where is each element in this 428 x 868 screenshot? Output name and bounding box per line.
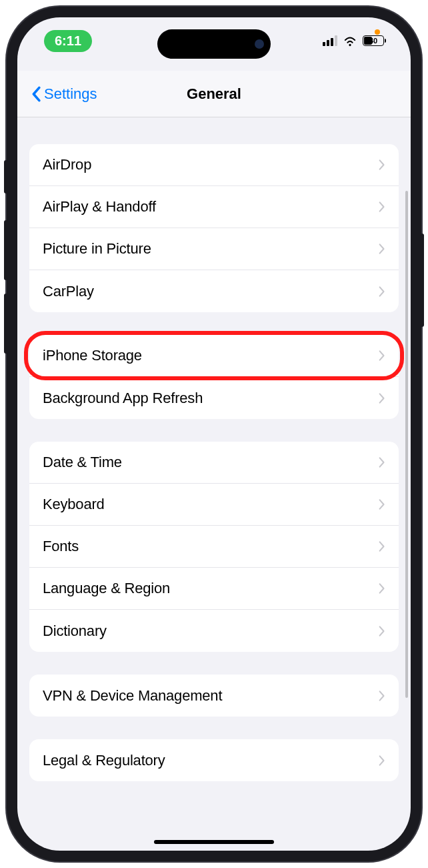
dynamic-island [157,29,271,59]
chevron-right-icon [379,456,385,468]
front-camera [255,39,264,49]
chevron-right-icon [379,582,385,594]
chevron-right-icon [379,201,385,213]
settings-row-carplay[interactable]: CarPlay [29,270,399,312]
volume-down-button [4,294,8,354]
settings-row-iphone-storage[interactable]: iPhone Storage [29,335,399,377]
screen: 6:11 40 Settings General [17,17,411,851]
settings-row-background-app-refresh[interactable]: Background App Refresh [29,377,399,419]
settings-row-language-region[interactable]: Language & Region [29,568,399,610]
settings-row-keyboard[interactable]: Keyboard [29,484,399,526]
chevron-right-icon [379,755,385,767]
chevron-right-icon [379,540,385,552]
chevron-right-icon [379,243,385,255]
silent-switch [4,160,8,193]
settings-section: iPhone StorageBackground App Refresh [29,335,399,419]
row-label: Language & Region [43,580,170,597]
row-label: Keyboard [43,496,105,513]
settings-content[interactable]: AirDropAirPlay & HandoffPicture in Pictu… [17,117,411,851]
battery-icon: 40 [363,35,384,46]
settings-section: VPN & Device Management [29,675,399,717]
row-label: AirDrop [43,156,91,173]
svg-point-0 [349,44,351,46]
row-label: VPN & Device Management [43,687,222,705]
chevron-right-icon [379,498,385,510]
settings-section: Date & TimeKeyboardFontsLanguage & Regio… [29,442,399,652]
settings-row-dictionary[interactable]: Dictionary [29,610,399,652]
page-title: General [187,85,241,103]
chevron-right-icon [379,392,385,404]
row-label: Date & Time [43,454,122,471]
row-label: CarPlay [43,283,94,300]
settings-row-vpn-device-management[interactable]: VPN & Device Management [29,675,399,717]
settings-section: AirDropAirPlay & HandoffPicture in Pictu… [29,144,399,312]
row-label: AirPlay & Handoff [43,198,156,215]
chevron-left-icon [31,86,41,102]
wifi-icon [343,35,357,47]
chevron-right-icon [379,159,385,171]
mic-indicator-dot [375,29,380,35]
settings-row-airplay-handoff[interactable]: AirPlay & Handoff [29,186,399,228]
chevron-right-icon [379,625,385,637]
navigation-bar: Settings General [17,71,411,117]
row-label: Dictionary [43,622,107,640]
cellular-signal-icon [323,35,337,46]
chevron-right-icon [379,690,385,702]
settings-row-legal-regulatory[interactable]: Legal & Regulatory [29,739,399,781]
row-label: Picture in Picture [43,240,151,258]
battery-percent: 40 [369,37,377,45]
row-label: Background App Refresh [43,390,203,407]
home-indicator[interactable] [154,840,274,844]
settings-section: Legal & Regulatory [29,739,399,781]
scroll-indicator[interactable] [405,191,408,698]
power-button [420,234,424,327]
phone-frame: 6:11 40 Settings General [7,7,421,861]
settings-row-picture-in-picture[interactable]: Picture in Picture [29,228,399,270]
settings-row-airdrop[interactable]: AirDrop [29,144,399,186]
settings-row-date-time[interactable]: Date & Time [29,442,399,484]
status-time[interactable]: 6:11 [44,30,92,52]
row-label: iPhone Storage [43,347,142,364]
back-label: Settings [44,85,97,103]
settings-row-fonts[interactable]: Fonts [29,526,399,568]
row-label: Legal & Regulatory [43,752,165,769]
volume-up-button [4,220,8,280]
row-label: Fonts [43,538,79,555]
back-button[interactable]: Settings [31,85,97,103]
chevron-right-icon [379,350,385,362]
chevron-right-icon [379,286,385,298]
